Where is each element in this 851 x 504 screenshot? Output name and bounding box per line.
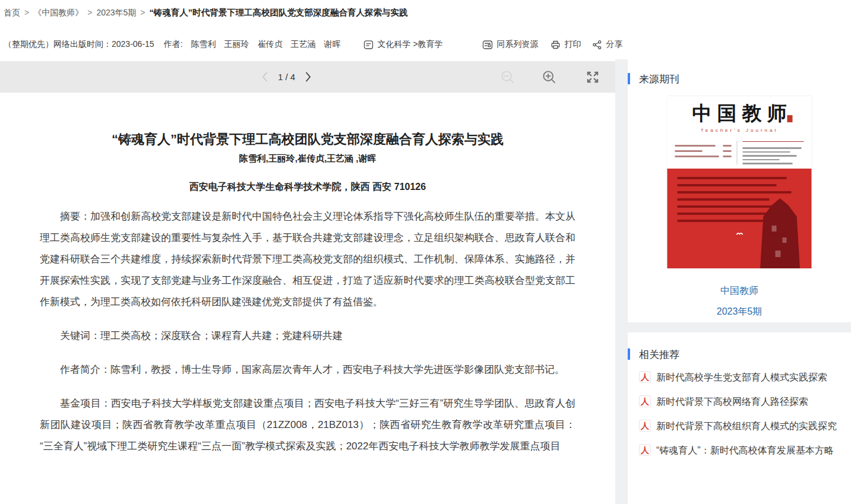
print-button[interactable]: 打印 [551,39,581,50]
previous-page-button[interactable] [261,71,268,83]
paper-abstract: 摘要：加强和创新高校党支部建设是新时代中国特色社会主义理论体系指导下强化高校师生… [40,206,575,313]
breadcrumb-separator: > [140,8,145,17]
pdf-icon: 人 [639,444,651,456]
paper-authors: 陈雪利,王丽玲,崔传贞,王艺涵 ,谢晖 [40,153,575,164]
pdf-icon: 人 [639,395,651,407]
publish-info: （整期优先）网络出版时间：2023-06-15 [4,39,154,50]
recommendation-item[interactable]: 人 新时代背景下高校网络育人路径探索 [639,394,839,410]
authors-label: 作者: [164,39,183,50]
journal-cover-subtitle: Teacher's Journal [667,128,812,133]
paper-funding: 基金项目：西安电子科技大学样板党支部建设重点项目；西安电子科技大学“三好三有”研… [40,393,575,457]
journal-cover-artwork [667,169,812,268]
recommendation-item[interactable]: 人 新时代背景下高校组织育人模式的实践探究 [639,419,839,434]
journal-cover-title: 中国教师 [667,96,812,127]
breadcrumb-link[interactable]: 2023年5期 [96,8,136,17]
author-link[interactable]: 王丽玲 [224,39,249,49]
fullscreen-button[interactable] [585,69,600,85]
category-link[interactable]: 文化科学 >教育学 [363,39,443,50]
series-resources-button[interactable]: 同系列资源 [482,39,539,50]
share-button[interactable]: 分享 [592,39,623,50]
bird-icon [736,232,744,236]
document-viewer: 1 / 4 “铸魂育人”时代背景下理工高校团队党支部深度融合育人探索与实践 陈雪… [0,59,615,504]
cover-decorative-lines [667,141,812,164]
journal-cover-image[interactable]: 中国教师 Teacher's Journal [667,96,812,268]
source-journal-heading-label: 来源期刊 [639,74,679,85]
pager: 1 / 4 [261,61,312,93]
category-label: 文化科学 >教育学 [378,39,443,50]
breadcrumb-link[interactable]: 《中国教师》 [33,8,83,17]
paper-first-page: “铸魂育人”时代背景下理工高校团队党支部深度融合育人探索与实践 陈雪利,王丽玲,… [40,93,575,457]
share-label: 分享 [606,39,623,50]
series-resources-label: 同系列资源 [497,39,539,50]
recommendations-heading-label: 相关推荐 [639,349,679,360]
journal-name-link[interactable]: 中国教师 [628,285,851,297]
author-link[interactable]: 崔传贞 [258,39,283,49]
recommendation-title: “铸魂育人”：新时代高校体育发展基本方略 [656,443,834,458]
source-journal-heading: 来源期刊 [628,59,851,86]
breadcrumb-link[interactable]: 首页 [4,8,20,17]
recommendation-title: 新时代背景下高校组织育人模式的实践探究 [656,419,837,434]
pdf-icon: 人 [639,420,651,432]
viewer-toolbar: 1 / 4 [0,61,615,93]
article-meta-bar: （整期优先）网络出版时间：2023-06-15 作者: 陈雪利王丽玲崔传贞王艺涵… [4,37,623,52]
series-resources-icon [482,40,493,50]
sidebar: 来源期刊 中国教师 Teacher's Journal [628,59,851,504]
paper-keywords: 关键词：理工类高校；深度联合；课程育人共建；党建科研共建 [40,325,575,347]
share-icon [592,40,602,50]
recommendations-card: 相关推荐 人 新时代高校学生党支部育人模式实践探索 人 新时代背景下高校网络育人… [628,332,851,504]
author-link[interactable]: 王艺涵 [291,39,316,49]
zoom-out-button[interactable] [500,69,515,85]
top-header: 首页>《中国教师》>2023年5期>“铸魂育人”时代背景下理工高校团队党支部深度… [0,0,851,59]
breadcrumb: 首页>《中国教师》>2023年5期>“铸魂育人”时代背景下理工高校团队党支部深度… [4,7,408,18]
paper-author-bio: 作者简介：陈雪利，教授，博士生导师，国家高层次青年人才，西安电子科技大学先进医学… [40,359,575,381]
pdf-icon: 人 [639,371,651,383]
recommendation-title: 新时代背景下高校网络育人路径探索 [656,394,808,410]
print-label: 打印 [565,39,581,50]
paper-affiliation: 西安电子科技大学生命科学技术学院，陕西 西安 710126 [40,181,575,194]
category-icon [363,40,374,50]
recommendation-list: 人 新时代高校学生党支部育人模式实践探索 人 新时代背景下高校网络育人路径探索 … [628,362,851,458]
breadcrumb-separator: > [87,8,92,17]
paper-title: “铸魂育人”时代背景下理工高校团队党支部深度融合育人探索与实践 [40,131,575,148]
next-page-button[interactable] [305,71,312,83]
recommendation-item[interactable]: 人 “铸魂育人”：新时代高校体育发展基本方略 [639,443,839,458]
recommendations-heading: 相关推荐 [628,332,851,362]
author-link[interactable]: 谢晖 [324,39,341,49]
journal-cover-masthead: 中国教师 Teacher's Journal [667,96,812,169]
source-journal-card: 来源期刊 中国教师 Teacher's Journal [628,59,851,322]
heading-accent-bar [628,73,630,84]
document-page: “铸魂育人”时代背景下理工高校团队党支部深度融合育人探索与实践 陈雪利,王丽玲,… [0,93,615,504]
zoom-in-button[interactable] [542,69,557,85]
breadcrumb-separator: > [24,8,29,17]
page-indicator: 1 / 4 [278,72,295,82]
printer-icon [551,40,561,50]
heading-accent-bar [628,348,630,360]
author-link[interactable]: 陈雪利 [191,39,216,49]
recommendation-item[interactable]: 人 新时代高校学生党支部育人模式实践探索 [639,370,839,385]
journal-issue-link[interactable]: 2023年5期 [628,306,851,318]
breadcrumb-current: “铸魂育人”时代背景下理工高校团队党支部深度融合育人探索与实践 [150,8,408,17]
recommendation-title: 新时代高校学生党支部育人模式实践探索 [656,370,827,385]
journal-cover-seal [787,115,793,122]
